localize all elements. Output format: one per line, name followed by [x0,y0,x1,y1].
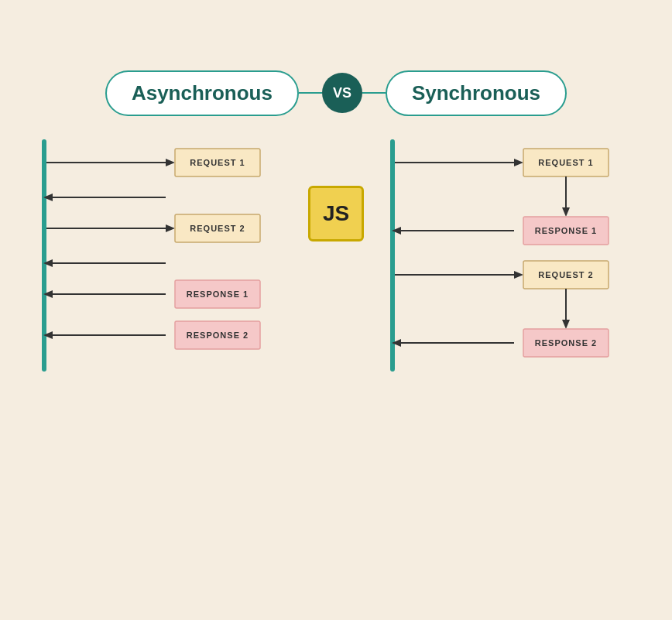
sync-title: Synchronous [386,70,567,116]
svg-text:REQUEST 1: REQUEST 1 [538,158,593,167]
header-row: Asynchronous VS Synchronous [42,70,630,116]
svg-marker-25 [562,207,570,217]
svg-text:REQUEST 2: REQUEST 2 [538,270,593,279]
sync-diagram: REQUEST 1 RESPONSE 1 REQUEST 2 [390,139,630,372]
svg-marker-21 [514,159,523,166]
async-svg: REQUEST 1 REQUEST 2 [42,139,282,372]
svg-text:RESPONSE 1: RESPONSE 1 [187,289,249,299]
connector-right [362,92,386,94]
svg-text:RESPONSE 2: RESPONSE 2 [535,338,597,348]
svg-marker-1 [166,159,175,166]
connector-left [299,92,322,94]
vs-badge: VS [322,73,362,113]
svg-text:REQUEST 1: REQUEST 1 [190,158,245,167]
svg-text:RESPONSE 1: RESPONSE 1 [535,226,597,235]
svg-marker-31 [514,271,523,279]
svg-marker-35 [562,320,570,329]
js-badge: JS [308,186,364,241]
content-row: REQUEST 1 REQUEST 2 [42,139,630,372]
async-title: Asynchronous [105,70,299,116]
async-diagram: REQUEST 1 REQUEST 2 [42,139,282,372]
async-timeline [42,139,46,372]
svg-text:REQUEST 2: REQUEST 2 [190,224,245,233]
diagram-container: Asynchronous VS Synchronous REQUEST 1 [42,70,630,550]
sync-svg: REQUEST 1 RESPONSE 1 REQUEST 2 [390,139,630,372]
svg-marker-7 [166,224,175,232]
svg-text:RESPONSE 2: RESPONSE 2 [187,331,249,340]
middle-section: JS [290,139,382,241]
sync-timeline [390,139,395,372]
